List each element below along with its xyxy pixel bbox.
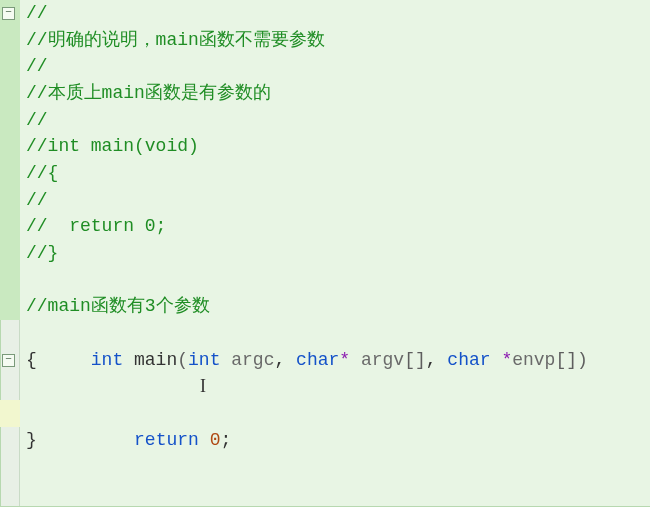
keyword-char: char: [296, 350, 339, 370]
function-name: main: [123, 350, 177, 370]
indent: [91, 430, 134, 450]
keyword-return: return: [134, 430, 199, 450]
pointer-op: *: [339, 350, 350, 370]
comment-line: //: [26, 110, 48, 130]
comment-line: //: [26, 3, 48, 23]
comment-line: //: [26, 190, 48, 210]
comment-line: //明确的说明，main函数不需要参数: [26, 30, 325, 50]
comment-line: //: [26, 56, 48, 76]
function-signature-line: int main(int argc, char* argv[], char *e…: [20, 320, 650, 347]
space: [199, 430, 210, 450]
code-area[interactable]: // //明确的说明，main函数不需要参数 // //本质上main函数是有参…: [20, 0, 650, 506]
semicolon: ;: [220, 430, 231, 450]
comment-line: //本质上main函数是有参数的: [26, 83, 271, 103]
comment-line: //{: [26, 163, 58, 183]
param-envp: envp: [512, 350, 555, 370]
keyword-int: int: [91, 350, 123, 370]
comment-line: // return 0;: [26, 216, 166, 236]
space: [491, 350, 502, 370]
code-editor[interactable]: // //明确的说明，main函数不需要参数 // //本质上main函数是有参…: [0, 0, 650, 507]
comment-line: //int main(void): [26, 136, 199, 156]
return-line: return 0;: [20, 400, 650, 427]
comma: ,: [426, 350, 448, 370]
fold-toggle-icon[interactable]: [2, 7, 15, 20]
keyword-int: int: [188, 350, 220, 370]
comment-line: //}: [26, 243, 58, 263]
comma: ,: [274, 350, 296, 370]
text-caret-icon: [200, 377, 210, 395]
brackets: []: [555, 350, 577, 370]
number-zero: 0: [210, 430, 221, 450]
brackets: []: [404, 350, 426, 370]
brace-close-line: }: [26, 430, 37, 450]
comment-line: //main函数有3个参数: [26, 296, 210, 316]
brace-open-line: {: [26, 350, 37, 370]
paren-close: ): [577, 350, 588, 370]
param-argc: argc: [220, 350, 274, 370]
keyword-char: char: [447, 350, 490, 370]
param-argv: argv: [350, 350, 404, 370]
paren-open: (: [177, 350, 188, 370]
pointer-op: *: [501, 350, 512, 370]
fold-toggle-icon[interactable]: [2, 354, 15, 367]
